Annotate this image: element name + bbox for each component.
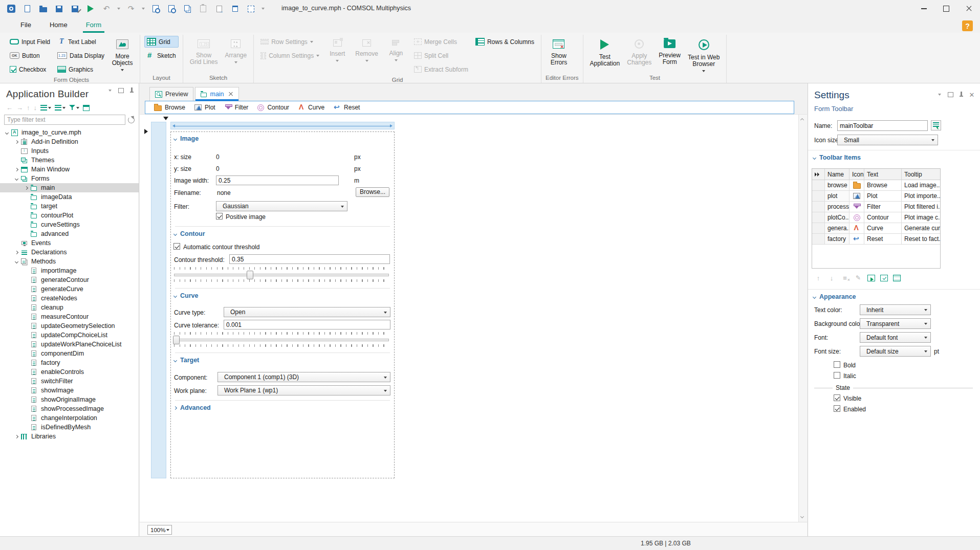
tree-expander-icon[interactable]	[23, 221, 30, 228]
tree-item[interactable]: componentDim	[0, 349, 139, 358]
bold-checkbox[interactable]	[834, 361, 840, 368]
panel-menu-icon[interactable]	[937, 92, 943, 98]
tree-item[interactable]: cleanup	[0, 303, 139, 312]
tree-item[interactable]: factory	[0, 358, 139, 367]
tree-expander-icon[interactable]	[13, 433, 20, 440]
tree-expander-icon[interactable]	[23, 359, 30, 366]
italic-checkbox[interactable]	[834, 372, 840, 379]
ribbon-button-extract-subform[interactable]: Extract Subform	[411, 63, 471, 75]
copy-icon[interactable]	[182, 4, 192, 14]
delete-item-icon[interactable]	[841, 274, 849, 282]
tree-item[interactable]: Declarations	[0, 248, 139, 257]
tree-item[interactable]: image_to_curve.mph	[0, 128, 139, 137]
tree-expander-icon[interactable]	[13, 175, 20, 182]
table-row[interactable]: process Filter Plot filtered i...	[812, 202, 940, 212]
collapse-all-button[interactable]	[40, 105, 51, 111]
tree-expander-icon[interactable]	[23, 378, 30, 385]
ribbon-button-text-label[interactable]: Text Label	[55, 36, 107, 48]
new-file-icon[interactable]	[22, 4, 32, 14]
section-toolbar-items[interactable]: Toolbar Items	[813, 154, 861, 161]
close-button[interactable]	[957, 0, 980, 17]
tree-item[interactable]: Forms	[0, 174, 139, 183]
tree-expander-icon[interactable]	[23, 387, 30, 394]
ribbon-button-input-field[interactable]: Input Field	[7, 36, 53, 48]
undo-dropdown-icon[interactable]	[117, 8, 120, 10]
ribbon-button-more-objects[interactable]: More Objects	[109, 36, 136, 73]
ribbon-button-row-settings[interactable]: Row Settings	[258, 36, 322, 48]
grid-row-header[interactable]	[170, 122, 395, 129]
select-icon[interactable]	[246, 4, 256, 14]
tree-item[interactable]: Inputs	[0, 146, 139, 156]
down-icon[interactable]: ↓	[34, 104, 37, 112]
contour-threshold-input[interactable]	[229, 254, 390, 264]
tree-item[interactable]: Themes	[0, 156, 139, 165]
form-toolbar-selected[interactable]: Browse Plot Filter Contour	[145, 101, 794, 114]
form-toolbar-button[interactable]: Filter	[221, 103, 252, 112]
background-color-dropdown[interactable]: Transparent	[860, 318, 931, 329]
tree-item[interactable]: enableControls	[0, 367, 139, 377]
tree-item[interactable]: measureContour	[0, 312, 139, 321]
table-header-chevrons[interactable]	[812, 169, 825, 180]
tab-close-icon[interactable]	[228, 92, 233, 97]
tree-filter-input[interactable]	[4, 115, 125, 125]
refresh-icon[interactable]	[128, 117, 135, 123]
show-window-button[interactable]	[83, 105, 90, 111]
tree-item[interactable]: createNodes	[0, 294, 139, 303]
tree-item[interactable]: target	[0, 202, 139, 211]
ribbon-button-preview-form[interactable]: Preview Form	[656, 36, 683, 73]
tree-expander-icon[interactable]	[23, 193, 30, 201]
tree-expander-icon[interactable]	[13, 157, 20, 164]
tree-item[interactable]: importImage	[0, 266, 139, 275]
toolbar-items-table[interactable]: Name Icon Text Tooltip browse Browse Loa…	[812, 168, 941, 269]
forward-icon[interactable]: →	[16, 104, 23, 112]
tree-expander-icon[interactable]	[13, 138, 20, 145]
tree-expander-icon[interactable]	[23, 350, 30, 357]
tree-item[interactable]: switchFilter	[0, 377, 139, 386]
tree-item[interactable]: isDefinedByMesh	[0, 423, 139, 432]
component-dropdown[interactable]: Component 1 (comp1) (3D)	[217, 372, 390, 382]
ribbon-button-remove[interactable]: Remove	[353, 36, 381, 73]
form-main[interactable]: Image x: size 0 px y: size 0 px Image wi…	[170, 131, 395, 478]
auto-threshold-checkbox[interactable]	[173, 243, 180, 250]
edit-item-icon[interactable]	[854, 274, 862, 282]
delete-icon[interactable]	[230, 4, 240, 14]
tree-expander-icon[interactable]	[23, 313, 30, 320]
ribbon-button-merge-cells[interactable]: Merge Cells	[411, 36, 471, 48]
tree-expander-icon[interactable]	[23, 203, 30, 210]
tree-item[interactable]: Add-in Definition	[0, 137, 139, 146]
text-color-dropdown[interactable]: Inherit	[860, 304, 931, 315]
tree-item[interactable]: Libraries	[0, 432, 139, 441]
ribbon-button-graphics[interactable]: Graphics	[55, 63, 107, 75]
grid-column-header[interactable]	[151, 122, 166, 478]
ribbon-button-data-display[interactable]: Data Display	[55, 50, 107, 61]
tree-item[interactable]: showOriginalImage	[0, 395, 139, 404]
panel-float-icon[interactable]	[947, 92, 953, 98]
table-row[interactable]: plotCo... Contour Plot image c...	[812, 212, 940, 223]
tree-expander-icon[interactable]	[23, 341, 30, 348]
table-row[interactable]: factory Reset Reset to fact...	[812, 234, 940, 245]
tree-item[interactable]: main	[0, 183, 139, 192]
add-separator-icon[interactable]	[893, 275, 901, 281]
tree-expander-icon[interactable]	[23, 184, 30, 191]
tree-expander-icon[interactable]	[13, 249, 20, 256]
tab-home[interactable]: Home	[40, 18, 77, 33]
form-toolbar-button[interactable]: Browse	[150, 103, 189, 112]
ribbon-button-split-cell[interactable]: Split Cell	[411, 50, 471, 61]
expand-all-button[interactable]	[55, 105, 66, 111]
filter-dropdown[interactable]: Gaussian	[216, 201, 347, 211]
tree-expander-icon[interactable]	[23, 414, 30, 422]
positive-image-checkbox[interactable]	[216, 213, 223, 219]
save-as-icon[interactable]	[70, 4, 80, 14]
tree-expander-icon[interactable]	[3, 129, 10, 136]
table-row[interactable]: plot Plot Plot importe...	[812, 191, 940, 202]
tree-item[interactable]: showImage	[0, 386, 139, 395]
minimize-button[interactable]	[912, 0, 935, 17]
image-width-input[interactable]	[216, 175, 339, 185]
tree-item[interactable]: updateGeometrySelection	[0, 321, 139, 331]
tree-item[interactable]: curveSettings	[0, 220, 139, 229]
go-to-source-icon[interactable]	[931, 120, 941, 130]
ribbon-button-rows-columns[interactable]: Rows & Columns	[473, 36, 537, 48]
maximize-button[interactable]	[935, 0, 957, 17]
tree-expander-icon[interactable]	[23, 322, 30, 329]
tree-expander-icon[interactable]	[23, 405, 30, 412]
